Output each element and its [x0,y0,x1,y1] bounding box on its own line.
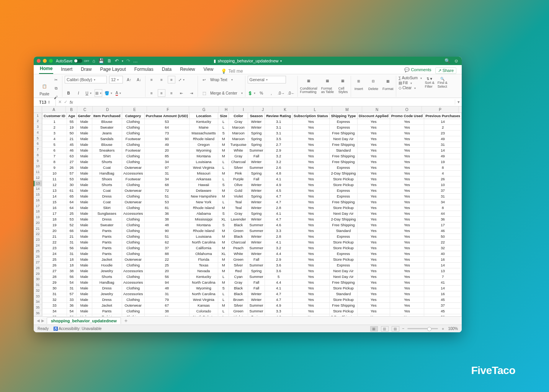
cell[interactable]: 18 [67,256,77,262]
cell[interactable]: Pink [229,170,248,176]
cell[interactable]: Jeans [92,130,122,136]
cell[interactable]: Clothing [122,205,144,211]
cell[interactable]: 29 [42,279,67,285]
cell[interactable]: M [218,268,229,274]
cell[interactable]: 41 [424,279,462,285]
cell[interactable]: Clothing [122,119,144,124]
column-header[interactable]: G [189,106,219,113]
cell[interactable]: Spring [248,130,265,136]
cell[interactable]: Yes [357,262,390,268]
row-header[interactable]: 27 [34,260,42,265]
cell[interactable]: 14 [424,119,462,124]
row-header[interactable]: 29 [34,271,42,277]
cell[interactable]: Shorts [92,159,122,165]
cell[interactable]: Yes [357,159,390,165]
cell[interactable]: L [218,291,229,297]
cell[interactable]: Yes [357,188,390,193]
maximize-window-icon[interactable] [49,59,53,63]
cell[interactable]: Clothing [122,159,144,165]
table-row[interactable]: 1853MaleDressClothing38MississippiXLLave… [42,216,462,222]
cell[interactable]: Lavender [229,216,248,222]
cell[interactable]: Colorado [189,308,218,314]
cell[interactable]: 23 [42,245,67,251]
cell[interactable]: 25 [42,256,67,262]
cell[interactable]: Spring [248,193,265,199]
cell[interactable]: Male [77,234,92,239]
cell[interactable]: Yes [357,245,390,251]
tab-review[interactable]: Review [179,65,196,74]
cell[interactable]: 26 [42,262,67,268]
cell[interactable]: Yes [357,165,390,170]
cell[interactable]: 14 [424,285,462,291]
table-row[interactable]: 2121MalePantsClothing51LouisianaMBlackWi… [42,234,462,239]
cell[interactable]: Free Shipping [329,279,357,285]
cell[interactable]: Yes [357,251,390,256]
column-field-header[interactable]: Subscription Status [292,113,330,119]
column-headers[interactable]: ABCDEFGHIJKLMNOP [42,106,462,113]
expand-formula-bar-icon[interactable]: ▾ [455,100,462,105]
cell[interactable]: Winter [248,239,265,245]
cell[interactable]: Olive [229,182,248,188]
cell[interactable]: Yes [292,199,330,205]
table-row[interactable]: 219MaleSweaterClothing64MaineLMaroonWint… [42,124,462,130]
cell[interactable]: 53 [144,199,189,205]
cell[interactable]: Clothing [122,308,144,314]
cell[interactable]: Winter [248,216,265,222]
cell[interactable]: Yes [357,268,390,274]
cell[interactable]: M [218,153,229,159]
zoom-slider[interactable] [407,328,438,329]
cell[interactable]: 65 [67,193,77,199]
row-header[interactable]: 36 [34,310,42,316]
row-header[interactable]: 32 [34,288,42,294]
cell[interactable]: Clothing [122,193,144,199]
cell[interactable]: L [218,199,229,205]
cell[interactable]: Footwear [122,147,144,153]
column-field-header[interactable]: Review Rating [265,113,292,119]
cell[interactable]: Male [77,239,92,245]
cell[interactable]: Montana [189,222,218,228]
decrease-indent-icon[interactable]: ⇤ [178,89,185,97]
cell[interactable]: West Virginia [189,165,218,170]
cell[interactable]: Free Shipping [329,153,357,159]
increase-font-icon[interactable]: A↑ [125,76,133,83]
cell[interactable]: M [218,279,229,285]
cell[interactable]: Yes [390,268,424,274]
cell[interactable]: 2 [42,124,67,130]
cell[interactable]: Yes [390,302,424,308]
cell[interactable]: Yes [357,193,390,199]
cell[interactable]: Arkansas [189,176,218,182]
cell[interactable]: Yes [390,256,424,262]
cell[interactable]: 11 [42,176,67,182]
enter-formula-icon[interactable]: ✓ [64,100,67,105]
cell[interactable]: Summer [248,302,265,308]
cell[interactable]: Oregon [189,142,218,147]
cell[interactable]: S [218,130,229,136]
cell[interactable]: Summer [248,228,265,234]
cell[interactable]: Yes [390,245,424,251]
row-header[interactable]: 20 [34,220,42,226]
cell[interactable]: 2 [424,124,462,130]
cell[interactable]: Yes [357,291,390,297]
cell[interactable]: Jacket [92,256,122,262]
undo-icon[interactable]: ↶ [115,58,119,64]
cell[interactable]: Blouse [92,119,122,124]
cell[interactable]: Yes [292,234,330,239]
column-header[interactable]: L [298,106,332,113]
cell[interactable]: 31 [424,142,462,147]
cell[interactable]: Oklahoma [189,251,218,256]
cell[interactable]: 64 [67,205,77,211]
cell[interactable]: Yes [357,153,390,159]
cell[interactable]: 3.2 [265,245,292,251]
cell[interactable]: XL [218,251,229,256]
cell[interactable]: Clothing [122,216,144,222]
cell[interactable]: Gold [229,188,248,193]
cell[interactable]: Mississippi [189,216,218,222]
row-header[interactable]: 30 [34,277,42,283]
cell[interactable]: Express [329,165,357,170]
cell[interactable]: Maroon [229,130,248,136]
cell[interactable]: Standard [329,291,357,297]
cell[interactable]: Yes [390,199,424,205]
cell[interactable]: Pants [92,228,122,234]
cell[interactable]: 4.7 [265,199,292,205]
row-header[interactable]: 8 [34,152,42,158]
